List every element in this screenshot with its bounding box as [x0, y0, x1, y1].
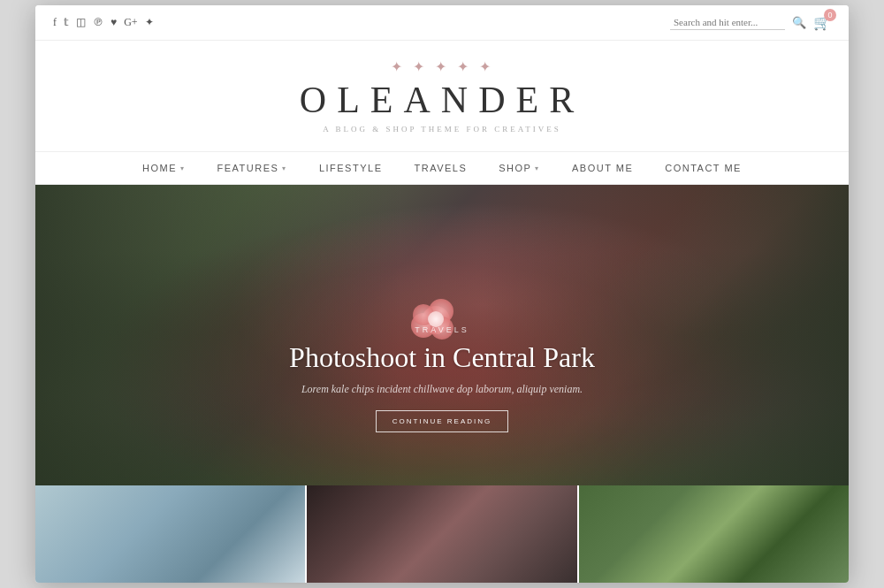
hero-cta-button[interactable]: CONTINUE READING — [376, 410, 508, 432]
site-header: ✦ ✦ ✦ ✦ ✦ OLEANDER A Blog & Shop Theme F… — [35, 41, 849, 152]
instagram-icon[interactable]: ◫ — [76, 16, 86, 29]
hero-title: Photoshoot in Central Park — [35, 341, 849, 374]
browser-frame: f 𝕥 ◫ ℗ ♥ G+ ✦ 🔍 🛒 0 ✦ ✦ ✦ ✦ ✦ OLEANDER … — [35, 5, 849, 583]
site-title[interactable]: OLEANDER — [53, 79, 831, 121]
top-bar: f 𝕥 ◫ ℗ ♥ G+ ✦ 🔍 🛒 0 — [35, 5, 849, 41]
site-tagline: A Blog & Shop Theme For Creatives — [53, 125, 831, 134]
search-button[interactable]: 🔍 — [792, 16, 806, 29]
pinterest-icon[interactable]: ℗ — [93, 16, 103, 29]
dropdown-arrow-home: ▾ — [180, 164, 186, 172]
facebook-icon[interactable]: f — [53, 16, 57, 29]
rss-icon[interactable]: ✦ — [145, 16, 154, 29]
twitter-icon[interactable]: 𝕥 — [64, 16, 69, 29]
hero-category: TRAVELS — [35, 325, 849, 334]
nav-item-home[interactable]: HOME ▾ — [126, 152, 202, 184]
social-icons: f 𝕥 ◫ ℗ ♥ G+ ✦ — [53, 16, 154, 29]
nav-item-travels[interactable]: TRAVELS — [398, 152, 483, 184]
hero-content: TRAVELS Photoshoot in Central Park Lorem… — [35, 325, 849, 432]
cart-button[interactable]: 🛒 0 — [813, 14, 831, 31]
thumbnail-2[interactable] — [305, 485, 578, 583]
search-area: 🔍 🛒 0 — [670, 14, 831, 31]
dropdown-arrow-shop: ▾ — [535, 164, 540, 172]
nav-item-lifestyle[interactable]: LIFESTYLE — [303, 152, 399, 184]
nav-item-features[interactable]: FEATURES ▾ — [202, 152, 303, 184]
search-input[interactable] — [670, 15, 785, 30]
nav-item-about[interactable]: ABOUT ME — [556, 152, 649, 184]
googleplus-icon[interactable]: G+ — [124, 16, 137, 29]
thumbnail-1[interactable] — [35, 485, 305, 583]
thumbnail-row — [35, 485, 849, 583]
hero-excerpt: Lorem kale chips incident chillwave dop … — [35, 383, 849, 396]
dropdown-arrow-features: ▾ — [282, 164, 287, 172]
heart-icon[interactable]: ♥ — [110, 16, 117, 29]
cart-badge: 0 — [824, 9, 836, 21]
nav-item-contact[interactable]: CONTACT ME — [649, 152, 758, 184]
navigation: HOME ▾ FEATURES ▾ LIFESTYLE TRAVELS SHOP… — [35, 152, 849, 185]
thumbnail-3[interactable] — [579, 485, 849, 583]
nav-item-shop[interactable]: SHOP ▾ — [483, 152, 556, 184]
hero-section: TRAVELS Photoshoot in Central Park Lorem… — [35, 185, 849, 485]
decorative-line: ✦ ✦ ✦ ✦ ✦ — [53, 58, 831, 75]
